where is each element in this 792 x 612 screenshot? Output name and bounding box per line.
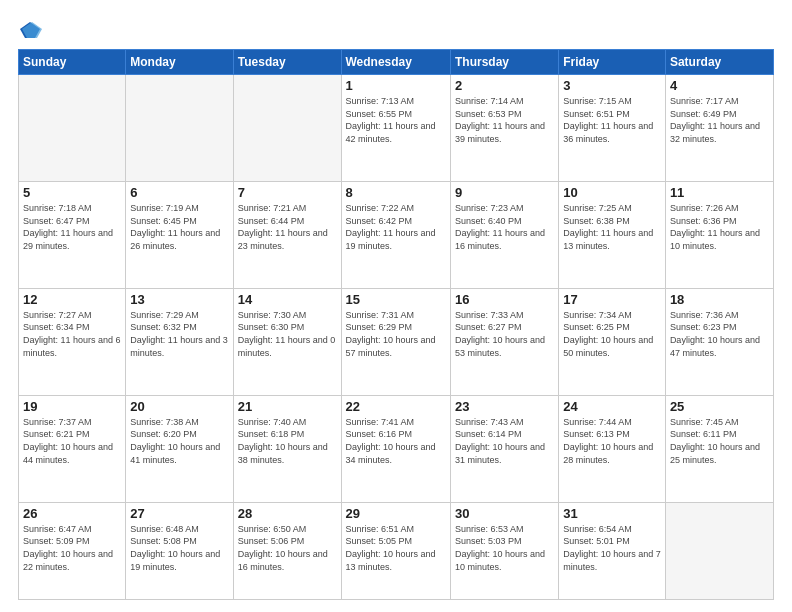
day-number: 12	[23, 292, 121, 307]
day-info: Sunrise: 7:38 AMSunset: 6:20 PMDaylight:…	[130, 416, 228, 466]
calendar-cell: 24Sunrise: 7:44 AMSunset: 6:13 PMDayligh…	[559, 395, 666, 502]
day-number: 15	[346, 292, 446, 307]
calendar-cell: 12Sunrise: 7:27 AMSunset: 6:34 PMDayligh…	[19, 288, 126, 395]
day-number: 28	[238, 506, 337, 521]
day-info: Sunrise: 6:53 AMSunset: 5:03 PMDaylight:…	[455, 523, 554, 573]
day-info: Sunrise: 7:40 AMSunset: 6:18 PMDaylight:…	[238, 416, 337, 466]
calendar-cell: 18Sunrise: 7:36 AMSunset: 6:23 PMDayligh…	[665, 288, 773, 395]
calendar-week-2: 12Sunrise: 7:27 AMSunset: 6:34 PMDayligh…	[19, 288, 774, 395]
calendar-cell	[126, 75, 233, 182]
calendar-cell: 5Sunrise: 7:18 AMSunset: 6:47 PMDaylight…	[19, 181, 126, 288]
calendar-cell: 7Sunrise: 7:21 AMSunset: 6:44 PMDaylight…	[233, 181, 341, 288]
day-number: 18	[670, 292, 769, 307]
day-info: Sunrise: 7:14 AMSunset: 6:53 PMDaylight:…	[455, 95, 554, 145]
day-number: 30	[455, 506, 554, 521]
day-number: 23	[455, 399, 554, 414]
day-number: 11	[670, 185, 769, 200]
day-number: 9	[455, 185, 554, 200]
day-info: Sunrise: 7:41 AMSunset: 6:16 PMDaylight:…	[346, 416, 446, 466]
day-info: Sunrise: 7:26 AMSunset: 6:36 PMDaylight:…	[670, 202, 769, 252]
day-number: 19	[23, 399, 121, 414]
day-number: 25	[670, 399, 769, 414]
day-info: Sunrise: 7:30 AMSunset: 6:30 PMDaylight:…	[238, 309, 337, 359]
day-info: Sunrise: 7:33 AMSunset: 6:27 PMDaylight:…	[455, 309, 554, 359]
calendar-header-friday: Friday	[559, 50, 666, 75]
logo-icon	[20, 19, 42, 41]
calendar-cell: 31Sunrise: 6:54 AMSunset: 5:01 PMDayligh…	[559, 502, 666, 599]
logo	[18, 18, 42, 41]
calendar-cell: 21Sunrise: 7:40 AMSunset: 6:18 PMDayligh…	[233, 395, 341, 502]
calendar-cell: 26Sunrise: 6:47 AMSunset: 5:09 PMDayligh…	[19, 502, 126, 599]
calendar-week-4: 26Sunrise: 6:47 AMSunset: 5:09 PMDayligh…	[19, 502, 774, 599]
calendar-cell: 11Sunrise: 7:26 AMSunset: 6:36 PMDayligh…	[665, 181, 773, 288]
day-info: Sunrise: 7:23 AMSunset: 6:40 PMDaylight:…	[455, 202, 554, 252]
day-number: 26	[23, 506, 121, 521]
calendar-cell: 17Sunrise: 7:34 AMSunset: 6:25 PMDayligh…	[559, 288, 666, 395]
day-info: Sunrise: 7:17 AMSunset: 6:49 PMDaylight:…	[670, 95, 769, 145]
calendar-week-0: 1Sunrise: 7:13 AMSunset: 6:55 PMDaylight…	[19, 75, 774, 182]
calendar-cell: 10Sunrise: 7:25 AMSunset: 6:38 PMDayligh…	[559, 181, 666, 288]
day-info: Sunrise: 7:19 AMSunset: 6:45 PMDaylight:…	[130, 202, 228, 252]
day-number: 10	[563, 185, 661, 200]
day-info: Sunrise: 7:13 AMSunset: 6:55 PMDaylight:…	[346, 95, 446, 145]
day-number: 17	[563, 292, 661, 307]
calendar-cell	[233, 75, 341, 182]
day-info: Sunrise: 6:54 AMSunset: 5:01 PMDaylight:…	[563, 523, 661, 573]
day-number: 21	[238, 399, 337, 414]
calendar-cell: 9Sunrise: 7:23 AMSunset: 6:40 PMDaylight…	[450, 181, 558, 288]
calendar-header-monday: Monday	[126, 50, 233, 75]
day-number: 22	[346, 399, 446, 414]
calendar-table: SundayMondayTuesdayWednesdayThursdayFrid…	[18, 49, 774, 600]
calendar-header-sunday: Sunday	[19, 50, 126, 75]
day-info: Sunrise: 7:22 AMSunset: 6:42 PMDaylight:…	[346, 202, 446, 252]
day-number: 31	[563, 506, 661, 521]
day-info: Sunrise: 7:21 AMSunset: 6:44 PMDaylight:…	[238, 202, 337, 252]
day-info: Sunrise: 7:36 AMSunset: 6:23 PMDaylight:…	[670, 309, 769, 359]
calendar-cell: 3Sunrise: 7:15 AMSunset: 6:51 PMDaylight…	[559, 75, 666, 182]
day-number: 1	[346, 78, 446, 93]
day-info: Sunrise: 7:27 AMSunset: 6:34 PMDaylight:…	[23, 309, 121, 359]
calendar-header-row: SundayMondayTuesdayWednesdayThursdayFrid…	[19, 50, 774, 75]
calendar-cell: 8Sunrise: 7:22 AMSunset: 6:42 PMDaylight…	[341, 181, 450, 288]
calendar-cell: 22Sunrise: 7:41 AMSunset: 6:16 PMDayligh…	[341, 395, 450, 502]
day-info: Sunrise: 6:51 AMSunset: 5:05 PMDaylight:…	[346, 523, 446, 573]
day-number: 3	[563, 78, 661, 93]
calendar-cell: 29Sunrise: 6:51 AMSunset: 5:05 PMDayligh…	[341, 502, 450, 599]
day-info: Sunrise: 7:18 AMSunset: 6:47 PMDaylight:…	[23, 202, 121, 252]
calendar-header-thursday: Thursday	[450, 50, 558, 75]
day-info: Sunrise: 7:31 AMSunset: 6:29 PMDaylight:…	[346, 309, 446, 359]
day-info: Sunrise: 6:50 AMSunset: 5:06 PMDaylight:…	[238, 523, 337, 573]
day-info: Sunrise: 7:45 AMSunset: 6:11 PMDaylight:…	[670, 416, 769, 466]
page: SundayMondayTuesdayWednesdayThursdayFrid…	[0, 0, 792, 612]
day-number: 20	[130, 399, 228, 414]
calendar-week-3: 19Sunrise: 7:37 AMSunset: 6:21 PMDayligh…	[19, 395, 774, 502]
calendar-cell: 23Sunrise: 7:43 AMSunset: 6:14 PMDayligh…	[450, 395, 558, 502]
day-number: 5	[23, 185, 121, 200]
day-info: Sunrise: 7:44 AMSunset: 6:13 PMDaylight:…	[563, 416, 661, 466]
calendar-cell	[19, 75, 126, 182]
calendar-cell: 19Sunrise: 7:37 AMSunset: 6:21 PMDayligh…	[19, 395, 126, 502]
day-number: 4	[670, 78, 769, 93]
day-number: 2	[455, 78, 554, 93]
day-info: Sunrise: 7:25 AMSunset: 6:38 PMDaylight:…	[563, 202, 661, 252]
calendar-cell: 20Sunrise: 7:38 AMSunset: 6:20 PMDayligh…	[126, 395, 233, 502]
calendar-cell: 16Sunrise: 7:33 AMSunset: 6:27 PMDayligh…	[450, 288, 558, 395]
day-info: Sunrise: 7:37 AMSunset: 6:21 PMDaylight:…	[23, 416, 121, 466]
calendar-cell: 13Sunrise: 7:29 AMSunset: 6:32 PMDayligh…	[126, 288, 233, 395]
calendar-header-tuesday: Tuesday	[233, 50, 341, 75]
day-number: 14	[238, 292, 337, 307]
day-number: 16	[455, 292, 554, 307]
day-info: Sunrise: 7:15 AMSunset: 6:51 PMDaylight:…	[563, 95, 661, 145]
calendar-cell: 2Sunrise: 7:14 AMSunset: 6:53 PMDaylight…	[450, 75, 558, 182]
day-number: 8	[346, 185, 446, 200]
calendar-cell: 15Sunrise: 7:31 AMSunset: 6:29 PMDayligh…	[341, 288, 450, 395]
calendar-header-wednesday: Wednesday	[341, 50, 450, 75]
day-number: 13	[130, 292, 228, 307]
calendar-header-saturday: Saturday	[665, 50, 773, 75]
day-number: 24	[563, 399, 661, 414]
calendar-cell: 27Sunrise: 6:48 AMSunset: 5:08 PMDayligh…	[126, 502, 233, 599]
calendar-cell: 1Sunrise: 7:13 AMSunset: 6:55 PMDaylight…	[341, 75, 450, 182]
header	[18, 18, 774, 41]
day-info: Sunrise: 7:29 AMSunset: 6:32 PMDaylight:…	[130, 309, 228, 359]
day-number: 29	[346, 506, 446, 521]
